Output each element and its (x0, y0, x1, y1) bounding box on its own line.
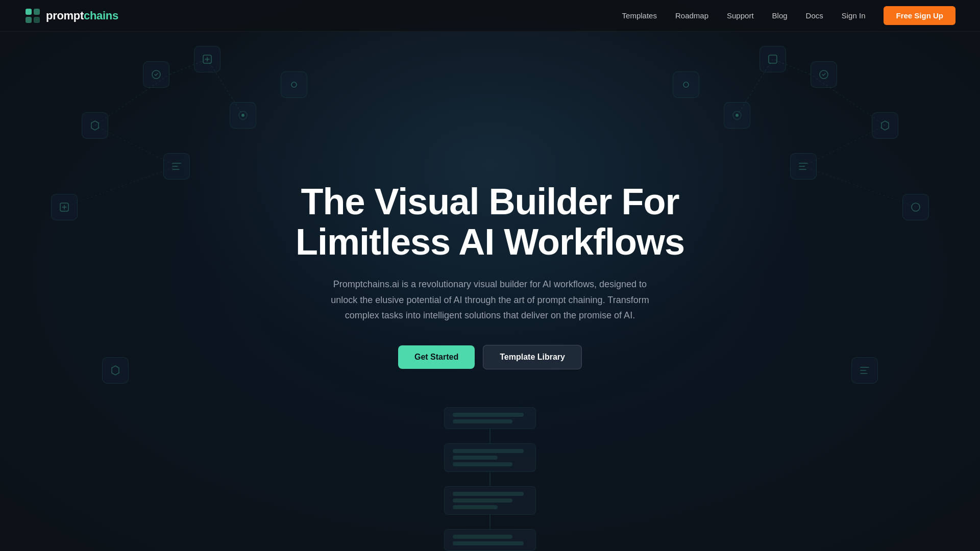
workflow-preview (316, 407, 664, 551)
logo-icon (24, 8, 41, 24)
nav-support[interactable]: Support (727, 11, 754, 20)
svg-rect-2 (26, 17, 32, 23)
workflow-connector (489, 515, 491, 529)
bar (453, 449, 524, 453)
bar (453, 419, 512, 423)
bar (453, 541, 524, 545)
get-started-button[interactable]: Get Started (398, 345, 475, 369)
workflow-node-3 (444, 486, 536, 515)
template-library-button[interactable]: Template Library (483, 345, 582, 369)
nav-links: Templates Roadmap Support Blog Docs Sign… (622, 6, 955, 25)
bar (453, 535, 512, 539)
nav-docs[interactable]: Docs (806, 11, 823, 20)
logo[interactable]: promptchains (24, 8, 118, 24)
bar (453, 462, 512, 466)
workflow-node-4 (444, 529, 536, 551)
hero-cta-group: Get Started Template Library (296, 345, 684, 369)
nav-signin[interactable]: Sign In (842, 11, 866, 20)
workflow-connector (489, 472, 491, 486)
bar (453, 498, 512, 503)
hero-title: The Visual Builder For Limitless AI Work… (296, 182, 684, 262)
bar (453, 413, 524, 417)
bar (453, 456, 498, 460)
free-signup-button[interactable]: Free Sign Up (884, 6, 955, 25)
nav-blog[interactable]: Blog (772, 11, 788, 20)
bar (453, 492, 524, 496)
workflow-node-1 (444, 407, 536, 429)
svg-rect-0 (26, 9, 32, 15)
nav-templates[interactable]: Templates (622, 11, 657, 20)
svg-rect-3 (34, 17, 40, 23)
workflow-node-2 (444, 443, 536, 472)
hero-section: The Visual Builder For Limitless AI Work… (0, 0, 980, 551)
hero-content: The Visual Builder For Limitless AI Work… (275, 182, 705, 369)
logo-text: promptchains (46, 9, 118, 22)
navbar: promptchains Templates Roadmap Support B… (0, 0, 980, 32)
bar (453, 505, 498, 509)
svg-rect-1 (34, 9, 40, 15)
nav-roadmap[interactable]: Roadmap (675, 11, 708, 20)
workflow-connector (489, 429, 491, 443)
hero-subtitle: Promptchains.ai is a revolutionary visua… (327, 277, 653, 323)
